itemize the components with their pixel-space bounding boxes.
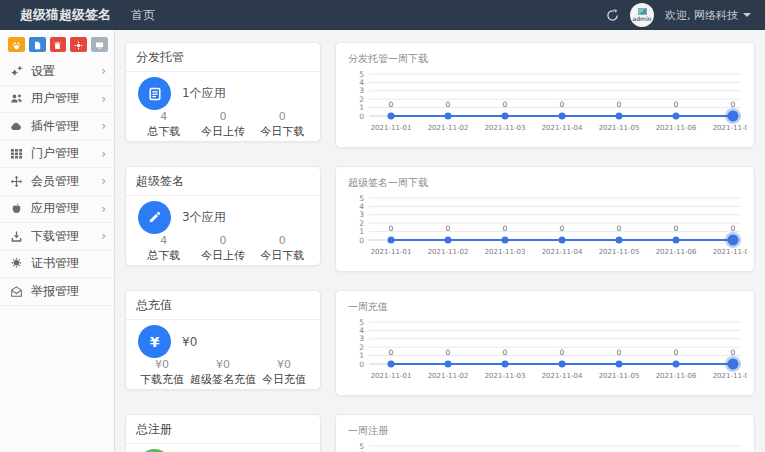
stat: ¥0超级签名充值 [190, 358, 256, 387]
apple-icon [10, 202, 25, 215]
stat-label: 今日上传 [193, 124, 252, 139]
main-content: 分发托管1个应用4总下载0今日上传0今日下载分发托管一周下载0123450202… [115, 30, 765, 452]
chevron-right-icon: › [101, 230, 106, 242]
avatar-alt-text: admin [633, 15, 652, 22]
svg-text:2021-11-07: 2021-11-07 [713, 372, 747, 380]
stat: 4总下载 [134, 234, 193, 263]
sidebar-item-apple[interactable]: 应用管理› [0, 196, 114, 224]
dashboard-row: 总充值¥¥0¥0下载充值¥0超级签名充值¥0今日充值一周充值0123450202… [125, 290, 755, 396]
stat-card-title: 总充值 [126, 291, 320, 320]
stat-card-body [126, 444, 320, 452]
user-menu[interactable]: 欢迎, 网络科技 [665, 8, 751, 23]
svg-text:0: 0 [359, 112, 364, 121]
line-chart: 01234502021-11-0102021-11-0202021-11-030… [343, 190, 747, 268]
line-chart: 01234502021-11-0102021-11-0202021-11-030… [343, 66, 747, 144]
refresh-icon[interactable] [606, 9, 619, 22]
sidebar: 设置›用户管理›插件管理›门户管理›会员管理›应用管理›下载管理›证书管理举报管… [0, 30, 115, 452]
quick-actions [0, 30, 114, 58]
svg-text:4: 4 [359, 326, 364, 335]
quick-button-gear[interactable] [70, 37, 87, 52]
envelope-icon [10, 285, 25, 298]
svg-text:0: 0 [503, 348, 508, 357]
stat-card-title: 超级签名 [126, 167, 320, 196]
stat-card-body: 1个应用4总下载0今日上传0今日下载 [126, 72, 320, 146]
monitor-icon [95, 35, 104, 54]
stat-value: ¥0 [134, 358, 190, 371]
nav-item-home[interactable]: 首页 [115, 0, 171, 30]
sidebar-item-cloud[interactable]: 插件管理› [0, 113, 114, 141]
dashboard-row: 分发托管1个应用4总下载0今日上传0今日下载分发托管一周下载0123450202… [125, 42, 755, 148]
stat-label: 今日下载 [253, 248, 312, 263]
gear-icon [74, 35, 83, 54]
cloud-icon [10, 120, 25, 133]
chart-card: 一周充值01234502021-11-0102021-11-0202021-11… [335, 290, 755, 396]
stats-row: ¥0下载充值¥0超级签名充值¥0今日充值 [134, 358, 312, 387]
svg-text:2021-11-04: 2021-11-04 [542, 124, 583, 132]
quick-button-monitor[interactable] [91, 37, 108, 52]
avatar[interactable]: admin [630, 3, 654, 27]
stat-value: 0 [253, 110, 312, 123]
stats-row: 4总下载0今日上传0今日下载 [134, 234, 312, 263]
chevron-right-icon: › [101, 175, 106, 187]
dashboard-row: 超级签名3个应用4总下载0今日上传0今日下载超级签名一周下载0123450202… [125, 166, 755, 272]
svg-text:4: 4 [359, 78, 364, 87]
svg-text:2021-11-04: 2021-11-04 [542, 248, 583, 256]
sidebar-item-certificate[interactable]: 证书管理 [0, 251, 114, 279]
sidebar-item-envelope[interactable]: 举报管理 [0, 278, 114, 306]
svg-text:3: 3 [359, 86, 364, 95]
stat-value: ¥0 [190, 358, 256, 371]
sidebar-item-cogs[interactable]: 设置› [0, 58, 114, 86]
svg-text:0: 0 [674, 224, 679, 233]
svg-text:4: 4 [359, 202, 364, 211]
svg-text:5: 5 [359, 318, 364, 327]
sidebar-item-grid[interactable]: 门户管理› [0, 141, 114, 169]
line-chart: 012345 [343, 438, 747, 452]
stat-card-body: ¥¥0¥0下载充值¥0超级签名充值¥0今日充值 [126, 320, 320, 394]
quick-button-paw[interactable] [8, 37, 25, 52]
sidebar-item-download[interactable]: 下载管理› [0, 223, 114, 251]
broken-image-icon [638, 8, 647, 15]
stat-card: 总注册 [125, 414, 321, 452]
stat-label: 超级签名充值 [190, 372, 256, 387]
quick-button-trash[interactable] [50, 37, 67, 52]
stat: ¥0今日充值 [256, 358, 312, 387]
sidebar-item-label: 应用管理 [31, 200, 79, 217]
trash-icon [53, 35, 62, 54]
svg-text:2021-11-01: 2021-11-01 [371, 248, 412, 256]
svg-text:0: 0 [617, 348, 622, 357]
stat-label: 今日下载 [253, 124, 312, 139]
quick-button-file[interactable] [29, 37, 46, 52]
top-navbar: 超级猫超级签名 首页 admin 欢迎, 网络科技 [0, 0, 765, 30]
stat-value: 0 [193, 234, 252, 247]
sidebar-item-label: 设置 [31, 63, 55, 80]
yen-icon: ¥ [138, 325, 171, 358]
chart-card: 一周注册012345 [335, 414, 755, 452]
sidebar-item-label: 插件管理 [31, 118, 79, 135]
stat-value: 0 [253, 234, 312, 247]
svg-text:3: 3 [359, 210, 364, 219]
svg-text:1: 1 [359, 227, 364, 236]
chevron-right-icon: › [101, 93, 106, 105]
sidebar-item-label: 门户管理 [31, 145, 79, 162]
svg-text:2021-11-01: 2021-11-01 [371, 372, 412, 380]
certificate-icon [10, 257, 25, 270]
svg-text:2021-11-06: 2021-11-06 [656, 124, 697, 132]
svg-text:2021-11-05: 2021-11-05 [599, 372, 640, 380]
svg-text:0: 0 [617, 224, 622, 233]
sidebar-item-users[interactable]: 用户管理› [0, 86, 114, 114]
svg-text:2021-11-07: 2021-11-07 [713, 248, 747, 256]
cogs-icon [10, 65, 25, 78]
users-icon [10, 92, 25, 105]
stat-card-title: 分发托管 [126, 43, 320, 72]
stat-label: 下载充值 [134, 372, 190, 387]
svg-text:3: 3 [359, 334, 364, 343]
chart-card: 分发托管一周下载01234502021-11-0102021-11-020202… [335, 42, 755, 148]
chart-title: 一周充值 [348, 300, 388, 314]
svg-text:0: 0 [560, 224, 565, 233]
svg-text:2021-11-03: 2021-11-03 [485, 248, 526, 256]
stat: 0今日下载 [253, 234, 312, 263]
app-brand[interactable]: 超级猫超级签名 [0, 6, 115, 24]
stat-card: 总充值¥¥0¥0下载充值¥0超级签名充值¥0今日充值 [125, 290, 321, 390]
stat-label: 今日充值 [256, 372, 312, 387]
sidebar-item-move[interactable]: 会员管理› [0, 168, 114, 196]
